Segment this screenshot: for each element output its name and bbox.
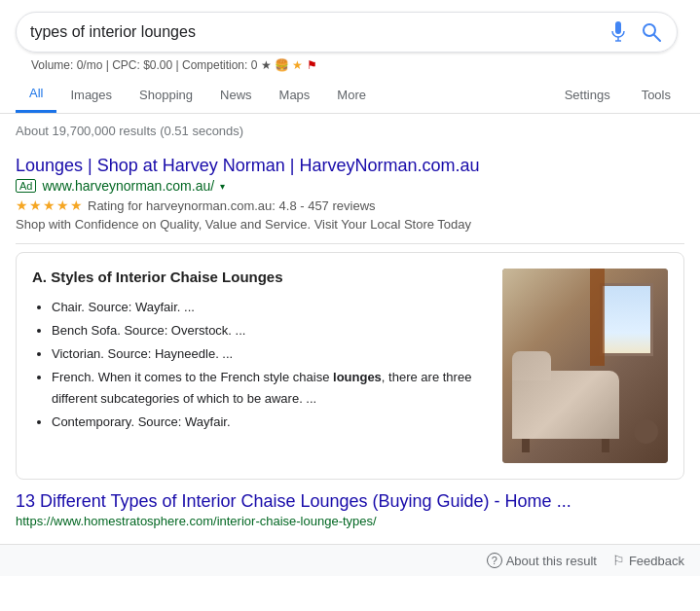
flag-icon: ⚑ [307,58,317,72]
image-window [600,283,653,356]
ad-result: Lounges | Shop at Harvey Norman | Harvey… [0,148,700,243]
ad-url[interactable]: www.harveynorman.com.au/ [42,178,214,194]
list-item: Contemporary. Source: Wayfair. [52,412,487,433]
tab-news[interactable]: News [206,78,266,112]
bottom-bar: ? About this result ⚐ Feedback [0,544,700,576]
bold-lounges: lounges [333,370,382,384]
image-chaise [512,371,619,439]
svg-rect-0 [615,21,621,34]
list-item: French. When it comes to the French styl… [52,367,487,410]
featured-content: A. Styles of Interior Chaise Lounges Cha… [32,269,487,463]
help-icon: ? [487,553,502,568]
image-leg-2 [602,439,609,452]
image-curtain [590,269,605,366]
svg-point-3 [644,24,655,36]
search-icon[interactable] [640,20,663,44]
star-rating-icon: ★★★★★ [16,198,84,213]
image-backrest [512,351,551,380]
featured-list: Chair. Source: Wayfair. ... Bench Sofa. … [32,297,487,434]
tab-settings[interactable]: Settings [551,78,624,112]
nav-right: Settings Tools [551,78,684,112]
featured-image [502,269,668,463]
ad-title[interactable]: Lounges | Shop at Harvey Norman | Harvey… [16,156,480,175]
search-icons [608,20,663,44]
star-icon: ★ [292,58,303,72]
organic-title[interactable]: 13 Different Types of Interior Chaise Lo… [16,491,684,512]
results-info: About 19,700,000 results (0.51 seconds) [0,114,700,148]
feedback-link[interactable]: ⚐ Feedback [612,553,684,568]
ad-dropdown-icon[interactable]: ▾ [220,181,225,192]
tab-all[interactable]: All [16,76,56,113]
feedback-icon: ⚐ [612,553,625,568]
ad-description: Shop with Confidence on Quality, Value a… [16,217,684,232]
list-item: Bench Sofa. Source: Overstock. ... [52,320,487,341]
image-background [502,269,668,463]
about-result-link[interactable]: ? About this result [487,553,597,568]
featured-title: A. Styles of Interior Chaise Lounges [32,269,487,285]
ad-badge-row: Ad www.harveynorman.com.au/ ▾ [16,178,684,194]
search-input[interactable] [30,23,608,41]
image-leg-1 [522,439,530,452]
stars-row: ★★★★★ Rating for harveynorman.com.au: 4.… [16,198,684,213]
page-wrapper: Volume: 0/mo | CPC: $0.00 | Competition:… [0,0,700,576]
featured-card: A. Styles of Interior Chaise Lounges Cha… [16,252,684,480]
header: Volume: 0/mo | CPC: $0.00 | Competition:… [0,0,700,72]
search-bar [16,12,678,53]
image-side-table [634,419,658,444]
list-item: Victorian. Source: Hayneedle. ... [52,343,487,365]
list-item: Chair. Source: Wayfair. ... [52,297,487,318]
organic-url: https://www.homestratosphere.com/interio… [16,514,684,528]
tab-more[interactable]: More [323,78,380,112]
tab-shopping[interactable]: Shopping [126,78,206,112]
rating-text: Rating for harveynorman.com.au: 4.8 - 45… [88,198,376,213]
organic-result: 13 Different Types of Interior Chaise Lo… [16,491,684,528]
volume-info: Volume: 0/mo | CPC: $0.00 | Competition:… [16,53,684,72]
ad-badge: Ad [16,179,36,193]
svg-line-4 [654,35,660,41]
tab-images[interactable]: Images [56,78,126,112]
tab-maps[interactable]: Maps [266,78,324,112]
tab-tools[interactable]: Tools [628,78,684,112]
microphone-icon[interactable] [608,20,628,44]
divider [16,243,684,244]
nav-tabs: All Images Shopping News Maps More Setti… [0,76,700,114]
